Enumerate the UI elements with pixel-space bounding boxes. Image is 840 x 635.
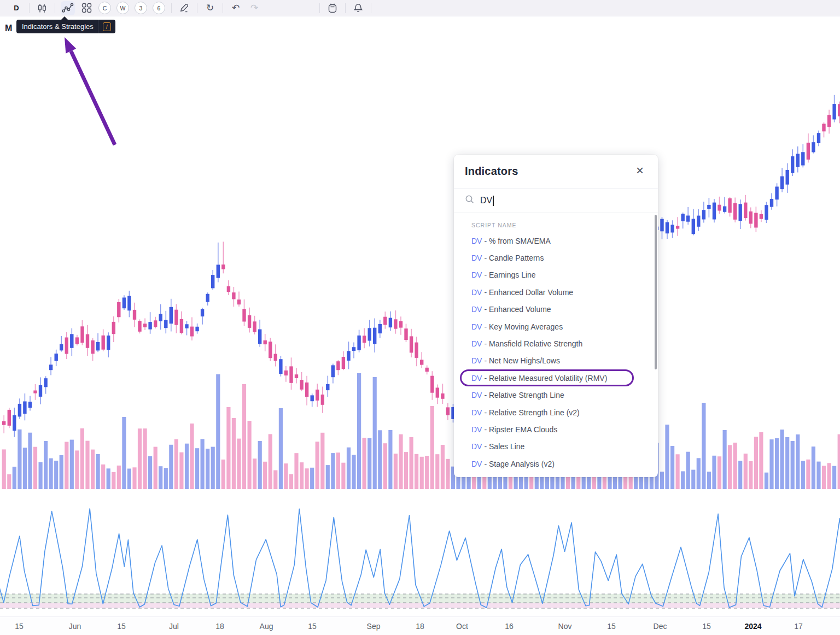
- indicator-label: - Ripster EMA Clouds: [484, 425, 557, 434]
- toolbar-divider: [171, 3, 172, 13]
- app-window: D CW36: [0, 0, 840, 635]
- interval-button-c[interactable]: C: [98, 2, 111, 14]
- indicator-label: - Relative Strength Line (v2): [484, 408, 579, 417]
- indicator-list-item[interactable]: DV - Mansfield Relative Strength: [454, 335, 658, 352]
- axis-label: Sep: [367, 622, 381, 631]
- dialog-header: Indicators ×: [454, 155, 658, 189]
- interval-button-group: CW36: [96, 2, 168, 14]
- search-input[interactable]: DV: [454, 189, 658, 213]
- shortcut-key-badge: /: [103, 22, 111, 31]
- indicator-list-item[interactable]: DV - % from SMA/EMA: [454, 232, 658, 249]
- axis-label: 17: [794, 622, 803, 631]
- timeframe-button[interactable]: D: [9, 1, 24, 15]
- interval-button-6[interactable]: 6: [153, 2, 165, 14]
- indicator-code: DV: [471, 271, 482, 279]
- indicator-label: - Earnings Line: [484, 271, 535, 279]
- indicator-list-item[interactable]: DV - Relative Strength Line: [454, 387, 658, 404]
- indicator-code: DV: [471, 374, 482, 383]
- refresh-icon[interactable]: ↻: [203, 1, 217, 15]
- price-chart-canvas[interactable]: [0, 16, 840, 635]
- close-icon[interactable]: ×: [632, 162, 648, 179]
- indicator-code: DV: [471, 408, 482, 417]
- toolbar-divider: [345, 3, 346, 13]
- axis-label: Nov: [558, 622, 572, 631]
- script-name-header: SCRIPT NAME: [471, 222, 658, 228]
- indicator-label: - Enhanced Dollar Volume: [484, 288, 573, 297]
- indicator-list-item[interactable]: DV - Key Moving Averages: [454, 318, 658, 335]
- axis-label: Jul: [169, 622, 179, 631]
- symbol-text-partial: M: [5, 23, 12, 33]
- indicator-list-item[interactable]: DV - Sales Line: [454, 438, 658, 455]
- axis-label: 16: [505, 622, 514, 631]
- toolbar-divider: [223, 3, 223, 13]
- watchlist-clipboard-icon[interactable]: [325, 1, 340, 15]
- indicator-code: DV: [471, 460, 482, 468]
- scrollbar-thumb[interactable]: [655, 215, 657, 369]
- indicator-label: - Relative Measured Volatility (RMV): [484, 374, 607, 383]
- indicator-code: DV: [471, 305, 482, 314]
- indicator-code: DV: [471, 237, 482, 245]
- indicator-label: - Sales Line: [484, 442, 524, 451]
- time-axis[interactable]: 15Jun15Jul18Aug15Sep18Oct16Nov15Dec15202…: [0, 616, 840, 635]
- axis-label: 18: [416, 622, 424, 631]
- indicator-list-item[interactable]: DV - Net New Highs/Lows: [454, 352, 658, 369]
- indicator-code: DV: [471, 442, 482, 451]
- indicator-list-item[interactable]: DV - Enhanced Dollar Volume: [454, 284, 658, 301]
- indicators-dialog: Indicators × DV SCRIPT NAME DV - % from …: [454, 155, 658, 477]
- indicator-label: - Stage Analysis (v2): [484, 460, 554, 468]
- indicator-label: - Enhanced Volume: [484, 305, 551, 314]
- indicator-code: DV: [471, 288, 482, 297]
- alerts-bell-icon[interactable]: [351, 1, 365, 15]
- axis-label: 18: [215, 622, 224, 631]
- tooltip-label: Indicators & Strategies: [22, 22, 94, 31]
- indicator-label: - Net New Highs/Lows: [484, 356, 560, 365]
- interval-button-3[interactable]: 3: [135, 2, 147, 14]
- oscillator-line: [0, 509, 840, 608]
- indicator-list-item[interactable]: DV - Stage Analysis (v2): [454, 455, 658, 472]
- indicator-label: - % from SMA/EMA: [484, 237, 550, 245]
- axis-label: 15: [607, 622, 616, 631]
- axis-label: Oct: [456, 622, 468, 631]
- indicator-list-item[interactable]: DV - Relative Strength Line (v2): [454, 404, 658, 421]
- axis-label: 15: [117, 622, 126, 631]
- axis-label: Aug: [260, 622, 273, 631]
- indicators-button[interactable]: [61, 1, 75, 15]
- toolbar-divider: [55, 3, 55, 13]
- undo-icon[interactable]: ↶: [229, 1, 243, 15]
- interval-button-w[interactable]: W: [116, 2, 129, 14]
- indicator-list: SCRIPT NAME DV - % from SMA/EMADV - Cand…: [454, 213, 658, 477]
- axis-label: 15: [702, 622, 711, 631]
- candlesticks: [2, 95, 840, 437]
- toolbar-divider: [29, 3, 30, 13]
- toolbar-divider: [197, 3, 197, 13]
- indicator-code: DV: [471, 356, 482, 365]
- indicator-label: - Key Moving Averages: [484, 322, 563, 331]
- dialog-title: Indicators: [465, 165, 518, 178]
- indicator-list-item[interactable]: DV - Enhanced Volume: [454, 301, 658, 318]
- search-value: DV: [480, 196, 492, 205]
- axis-label: Jun: [69, 622, 81, 631]
- search-icon: [465, 195, 475, 207]
- indicator-list-item[interactable]: DV - Candle Patterns: [454, 249, 658, 266]
- drawing-pencil-icon[interactable]: [177, 1, 191, 15]
- axis-label: 2024: [744, 622, 761, 631]
- indicator-code: DV: [471, 425, 482, 434]
- axis-label: 15: [15, 622, 24, 631]
- indicator-code: DV: [471, 254, 482, 262]
- indicator-list-item[interactable]: DV - Relative Measured Volatility (RMV): [454, 369, 658, 386]
- layout-grid-icon[interactable]: [79, 1, 94, 15]
- candlestick-style-icon[interactable]: [35, 1, 49, 15]
- indicator-list-item[interactable]: DV - Earnings Line: [454, 267, 658, 284]
- indicator-code: DV: [471, 322, 482, 331]
- indicator-code: DV: [471, 339, 482, 348]
- indicator-code: DV: [471, 391, 482, 399]
- toolbar-divider: [371, 3, 371, 13]
- tooltip-divider: [98, 20, 98, 33]
- indicator-label: - Candle Patterns: [484, 254, 544, 262]
- indicator-list-item[interactable]: DV - Ripster EMA Clouds: [454, 421, 658, 438]
- toolbar-divider: [319, 3, 320, 13]
- indicator-label: - Mansfield Relative Strength: [484, 339, 582, 348]
- indicator-label: - Relative Strength Line: [484, 391, 564, 399]
- volume-bars: [2, 373, 840, 489]
- text-caret: [493, 196, 494, 206]
